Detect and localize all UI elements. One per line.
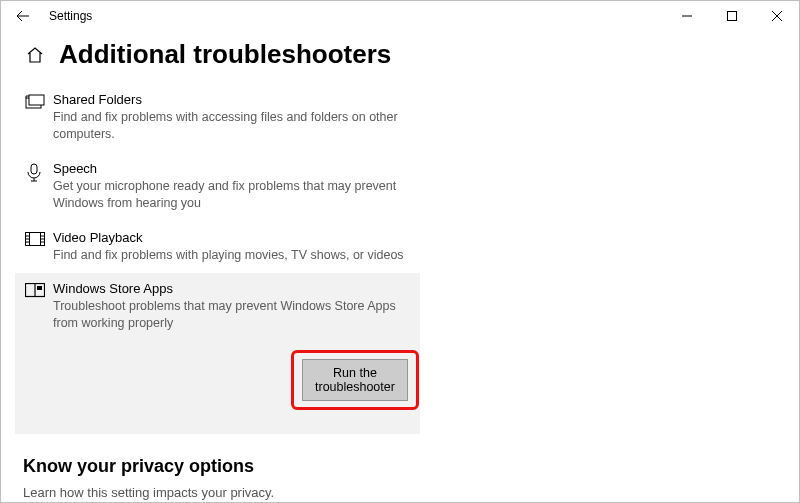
titlebar: Settings: [1, 1, 799, 31]
item-name: Shared Folders: [53, 92, 410, 107]
svg-rect-18: [37, 286, 42, 290]
svg-rect-5: [29, 95, 44, 105]
close-button[interactable]: [754, 1, 799, 31]
window-title: Settings: [49, 9, 92, 23]
troubleshooter-speech[interactable]: Speech Get your microphone ready and fix…: [15, 153, 420, 222]
arrow-left-icon: [16, 9, 30, 23]
svg-rect-6: [31, 164, 37, 174]
close-icon: [772, 11, 782, 21]
item-desc: Troubleshoot problems that may prevent W…: [53, 298, 419, 332]
svg-rect-1: [727, 12, 736, 21]
page-heading-row: Additional troubleshooters: [25, 39, 799, 70]
minimize-icon: [682, 11, 692, 21]
page-title: Additional troubleshooters: [59, 39, 391, 70]
back-button[interactable]: [9, 9, 37, 23]
video-playback-icon: [25, 230, 53, 264]
maximize-icon: [727, 11, 737, 21]
maximize-button[interactable]: [709, 1, 754, 31]
item-desc: Get your microphone ready and fix proble…: [53, 178, 410, 212]
shared-folders-icon: [25, 92, 53, 143]
minimize-button[interactable]: [664, 1, 709, 31]
run-troubleshooter-button[interactable]: Run the troubleshooter: [302, 359, 408, 401]
item-name: Windows Store Apps: [53, 281, 419, 296]
windows-store-apps-icon: [25, 281, 53, 424]
privacy-heading: Know your privacy options: [23, 456, 799, 477]
item-name: Speech: [53, 161, 410, 176]
item-name: Video Playback: [53, 230, 410, 245]
troubleshooter-windows-store-apps[interactable]: Windows Store Apps Troubleshoot problems…: [15, 273, 420, 434]
home-icon: [26, 46, 44, 64]
run-highlight: Run the troubleshooter: [291, 350, 419, 410]
privacy-section: Know your privacy options Learn how this…: [23, 456, 799, 503]
home-button[interactable]: [25, 46, 45, 64]
privacy-subtext: Learn how this setting impacts your priv…: [23, 485, 799, 500]
item-desc: Find and fix problems with playing movie…: [53, 247, 410, 264]
troubleshooter-shared-folders[interactable]: Shared Folders Find and fix problems wit…: [15, 84, 420, 153]
speech-icon: [25, 161, 53, 212]
item-desc: Find and fix problems with accessing fil…: [53, 109, 410, 143]
troubleshooter-list: Shared Folders Find and fix problems wit…: [15, 84, 420, 434]
troubleshooter-video-playback[interactable]: Video Playback Find and fix problems wit…: [15, 222, 420, 274]
